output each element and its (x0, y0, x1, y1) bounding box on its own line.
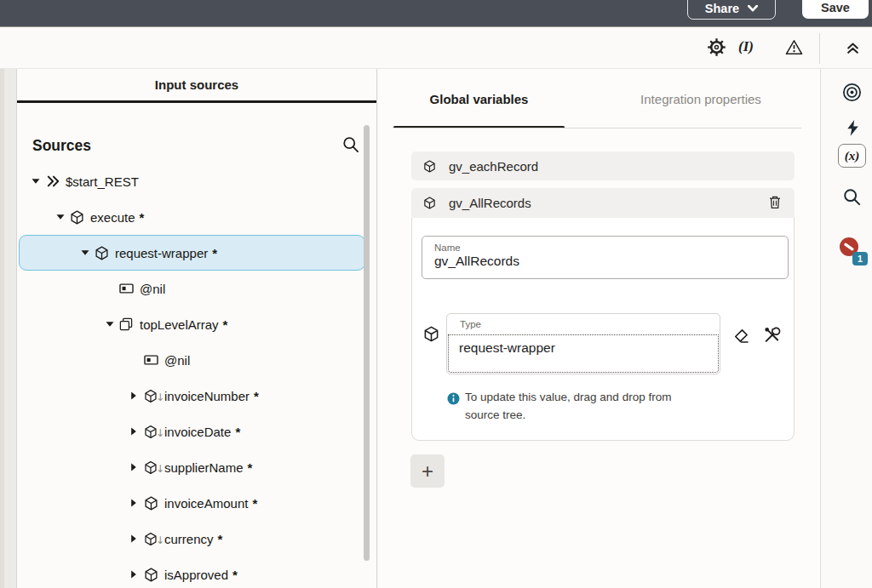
tree-scrollbar-thumb[interactable] (364, 125, 370, 561)
cube-icon (95, 246, 115, 260)
delete-variable-button[interactable] (764, 192, 786, 214)
array-icon (119, 317, 140, 331)
eraser-icon (731, 328, 749, 345)
settings-gear-button[interactable] (708, 38, 726, 56)
required-asterisk: * (232, 568, 238, 582)
right-icon-rail: (x) 1 (820, 69, 872, 588)
warning-triangle-icon (785, 39, 803, 55)
collapse-panel-button[interactable] (846, 41, 860, 55)
toolbar-divider (819, 33, 820, 64)
cube-down-icon: ↓ (144, 425, 164, 439)
rest-trigger-icon (45, 174, 66, 188)
tree-row-invoiceamount[interactable]: invoiceAmount* (19, 485, 365, 521)
variable-row-gv_eachrecord[interactable]: gv_eachRecord (411, 151, 795, 180)
required-asterisk: * (254, 389, 259, 403)
tree-row-nil[interactable]: @nil (19, 342, 365, 378)
caret-right-icon[interactable] (130, 534, 144, 543)
required-asterisk: * (235, 425, 240, 439)
add-variable-button[interactable]: + (410, 454, 445, 488)
variable-editor-card: Name gv_AllRecords Type request-wrapper (411, 218, 795, 441)
type-field-label: Type (460, 319, 481, 329)
variable-name: gv_AllRecords (449, 196, 531, 210)
clear-type-button[interactable] (729, 325, 751, 347)
share-button[interactable]: Share (687, 0, 776, 20)
canvas-toolbar: (I) (0, 27, 872, 69)
events-button[interactable] (846, 119, 860, 137)
left-collapsed-rail (0, 69, 17, 588)
cube-icon (423, 197, 442, 209)
type-drop-target[interactable]: request-wrapper (448, 334, 719, 373)
warnings-button[interactable] (785, 39, 803, 55)
chevron-down-icon (748, 5, 758, 12)
cube-icon (144, 568, 164, 582)
type-field-value: request-wrapper (459, 340, 708, 356)
cube-down-icon: ↓ (144, 460, 164, 475)
tree-row-currency[interactable]: ↓currency* (19, 521, 365, 557)
caret-right-icon[interactable] (130, 463, 144, 471)
caret-right-icon[interactable] (130, 499, 144, 507)
caret-down-icon[interactable] (81, 249, 95, 256)
tree-node-label: isApproved (164, 568, 228, 582)
tree-node-label: currency (164, 532, 214, 546)
required-asterisk: * (212, 246, 217, 260)
name-field-value: gv_AllRecords (434, 254, 776, 269)
variable-row-gv_allrecords[interactable]: gv_AllRecords (411, 188, 795, 218)
required-asterisk: * (252, 496, 257, 511)
sources-search-button[interactable] (341, 136, 360, 155)
variable-name-field[interactable]: Name gv_AllRecords (422, 236, 789, 279)
save-button-label: Save (821, 1, 850, 14)
cube-icon (70, 210, 90, 225)
tree-row-start-rest[interactable]: $start_REST (19, 163, 365, 199)
tools-icon (763, 326, 782, 344)
share-button-label: Share (705, 2, 739, 15)
top-app-bar: Share Save (0, 0, 872, 27)
tree-row-toplevelarray[interactable]: topLevelArray* (19, 306, 365, 342)
tree-row-invoicedate[interactable]: ↓invoiceDate* (19, 414, 365, 449)
info-icon (447, 392, 460, 408)
required-asterisk: * (223, 317, 228, 332)
variables-x-icon: (x) (845, 149, 860, 163)
identifier-icon: (I) (738, 38, 754, 55)
tree-row-isapproved[interactable]: isApproved* (19, 557, 365, 588)
type-info-message: To update this value, drag and drop from… (465, 388, 697, 424)
caret-right-icon[interactable] (130, 427, 144, 436)
tree-row-suppliername[interactable]: ↓supplierName* (19, 449, 365, 485)
tab-integration-properties-label: Integration properties (640, 92, 761, 106)
tracking-identifier-button[interactable]: (I) (738, 38, 754, 55)
lightning-bolt-icon (846, 119, 860, 137)
caret-right-icon[interactable] (130, 570, 144, 579)
global-variables-button[interactable]: (x) (838, 144, 866, 168)
tab-baseline (393, 128, 801, 128)
variables-panel: Global variables Integration properties … (378, 69, 820, 588)
input-sources-tab[interactable]: Input sources (17, 69, 376, 103)
tree-node-label: $start_REST (66, 174, 139, 189)
tree-node-label: @nil (164, 353, 190, 368)
tree-node-label: request-wrapper (115, 246, 208, 260)
tree-node-label: @nil (140, 282, 165, 296)
tree-row-execute[interactable]: execute* (19, 199, 365, 235)
tree-node-label: invoiceNumber (164, 389, 250, 403)
tab-integration-properties[interactable]: Integration properties (582, 69, 820, 128)
name-field-label: Name (434, 243, 776, 253)
caret-right-icon[interactable] (130, 391, 144, 400)
caret-down-icon[interactable] (32, 178, 45, 185)
target-tracker-button[interactable] (842, 83, 862, 102)
caret-down-icon[interactable] (56, 214, 70, 220)
caret-down-icon[interactable] (106, 321, 119, 328)
tree-row-nil[interactable]: @nil (19, 271, 365, 306)
tree-node-label: invoiceAmount (164, 496, 248, 511)
cube-icon (423, 326, 439, 345)
tree-row-request-wrapper[interactable]: request-wrapper* (19, 235, 365, 271)
configure-type-button[interactable] (761, 323, 783, 345)
gear-icon (708, 38, 726, 56)
tab-global-variables[interactable]: Global variables (393, 69, 565, 128)
save-button[interactable]: Save (802, 0, 869, 19)
tree-row-invoicenumber[interactable]: ↓invoiceNumber* (19, 378, 365, 414)
cube-icon (423, 160, 442, 173)
bullseye-icon (842, 83, 862, 102)
rail-search-button[interactable] (843, 188, 861, 206)
variable-name: gv_eachRecord (449, 159, 538, 174)
cube-down-icon: ↓ (144, 389, 164, 403)
cube-icon (144, 496, 164, 511)
validation-errors-button[interactable]: 1 (839, 237, 871, 267)
